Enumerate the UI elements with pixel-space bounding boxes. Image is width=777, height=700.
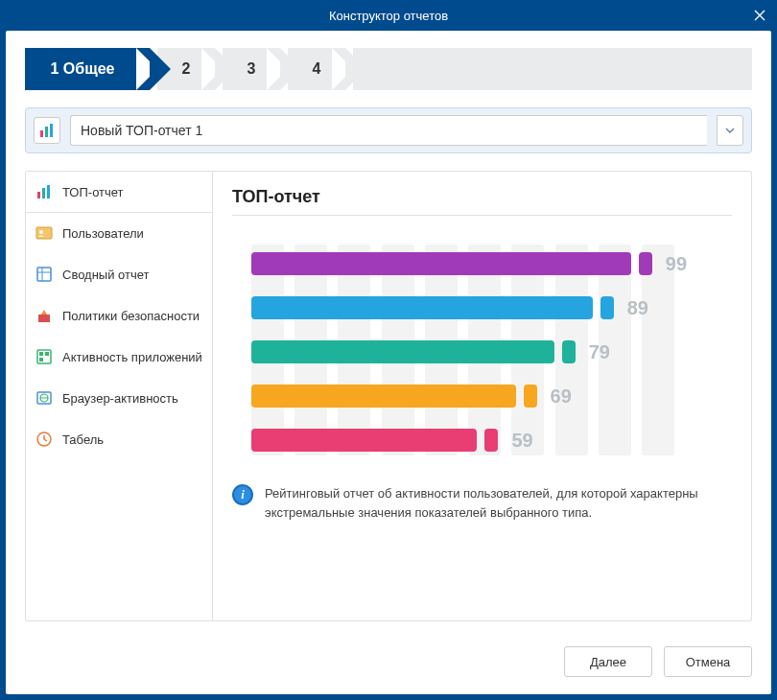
info-icon: i [232,484,253,505]
bar-chart-icon [38,122,56,139]
sidebar-item-label: Табель [62,432,104,447]
bar-chart-icon [35,183,53,200]
bar-cap [600,296,614,319]
svg-rect-1 [45,127,48,137]
wizard-stepper: 1 Общее 2 3 4 [25,48,752,90]
preview-description: Рейтинговый отчет об активности пользова… [265,484,732,522]
bar-value: 89 [627,297,648,319]
bar-row: 99 [251,252,732,275]
report-preview: ТОП-отчет 99 [213,172,751,620]
bar-row: 69 [251,385,732,408]
bar [251,429,477,452]
svg-rect-5 [47,185,50,198]
bar [251,385,516,408]
sidebar-item-security[interactable]: Политики безопасности [26,295,212,337]
stepper-fill [353,48,752,90]
cancel-button[interactable]: Отмена [664,646,752,677]
bar-row: 79 [251,340,732,363]
apps-icon [35,348,53,365]
close-button[interactable] [748,4,771,27]
bar [251,340,554,363]
chart-bars: 99 89 79 [251,245,732,452]
main-area: ТОП-отчет Пользователи Сводный отчет Пол… [25,171,752,621]
preview-chart: 99 89 79 [232,235,732,455]
report-type-sidebar: ТОП-отчет Пользователи Сводный отчет Пол… [26,172,213,620]
sidebar-item-label: Политики безопасности [62,309,200,323]
dialog-window: Конструктор отчетов 1 Общее 2 3 4 Новый … [0,0,777,700]
window-title: Конструктор отчетов [329,9,448,23]
report-name-dropdown[interactable] [717,115,743,146]
sidebar-item-label: Сводный отчет [62,268,150,282]
svg-rect-0 [40,130,43,137]
svg-rect-13 [39,352,43,356]
bar-value: 59 [511,430,532,452]
dialog-footer: Далее Отмена [25,639,752,677]
bar-value: 79 [589,341,610,363]
sidebar-item-timesheet[interactable]: Табель [26,419,212,460]
svg-rect-8 [37,268,51,281]
sidebar-item-top-report[interactable]: ТОП-отчет [26,172,212,213]
clock-icon [35,431,53,448]
report-name-row: Новый ТОП-отчет 1 [25,107,752,153]
sidebar-item-label: Пользователи [62,226,144,241]
svg-rect-6 [36,227,52,239]
preview-title: ТОП-отчет [232,187,732,207]
sidebar-item-label: ТОП-отчет [62,185,124,199]
bar-cap [484,429,498,452]
sidebar-item-browser[interactable]: Браузер-активность [26,378,212,419]
report-type-icon [34,117,60,144]
preview-description-row: i Рейтинговый отчет об активности пользо… [232,484,732,522]
bar-value: 69 [551,385,572,408]
svg-rect-4 [42,188,45,198]
bar-cap [562,340,576,363]
step-1-general[interactable]: 1 Общее [25,48,150,90]
titlebar: Конструктор отчетов [0,0,777,31]
svg-rect-2 [50,124,53,137]
browser-icon [35,389,53,407]
divider [232,215,732,216]
chevron-down-icon [725,128,735,133]
bar [251,296,593,319]
next-button[interactable]: Далее [564,646,652,677]
svg-rect-11 [38,315,50,322]
sidebar-item-summary[interactable]: Сводный отчет [26,254,212,295]
svg-rect-15 [39,358,43,362]
svg-rect-3 [37,192,40,198]
bar-value: 99 [666,253,687,275]
bar-row: 59 [251,429,732,452]
sidebar-item-label: Браузер-активность [62,391,178,406]
bar-cap [524,385,537,408]
sidebar-item-users[interactable]: Пользователи [26,213,212,254]
report-name-input[interactable]: Новый ТОП-отчет 1 [70,115,707,146]
summary-icon [35,266,53,283]
bar-cap [639,252,652,275]
svg-rect-14 [45,352,49,356]
users-icon [35,224,53,242]
svg-point-7 [39,230,43,234]
dialog-content: 1 Общее 2 3 4 Новый ТОП-отчет 1 [6,31,771,694]
alert-icon [35,307,53,324]
sidebar-item-apps[interactable]: Активность приложений [26,337,212,378]
bar [251,252,631,275]
bar-row: 89 [251,296,732,319]
close-icon [754,10,765,21]
sidebar-item-label: Активность приложений [62,350,202,364]
